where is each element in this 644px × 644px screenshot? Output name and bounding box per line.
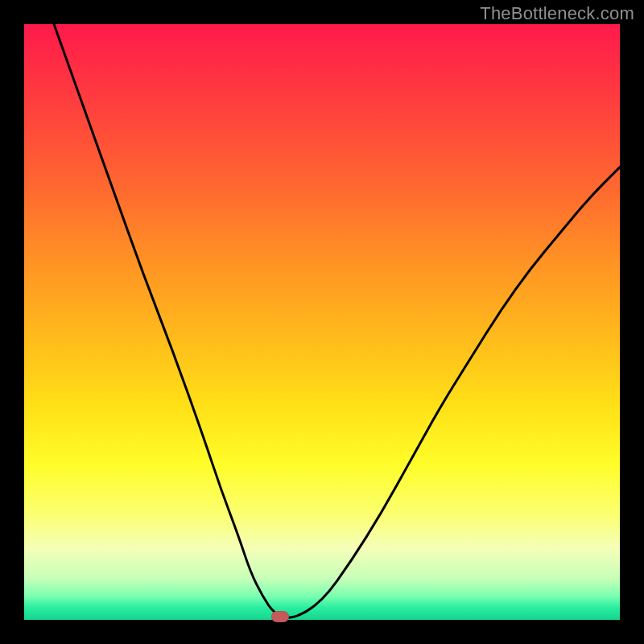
plot-area bbox=[24, 24, 620, 620]
watermark-text: TheBottleneck.com bbox=[480, 3, 634, 24]
chart-frame: TheBottleneck.com bbox=[0, 0, 644, 644]
optimal-point-marker bbox=[271, 611, 289, 622]
bottleneck-curve bbox=[24, 24, 620, 620]
